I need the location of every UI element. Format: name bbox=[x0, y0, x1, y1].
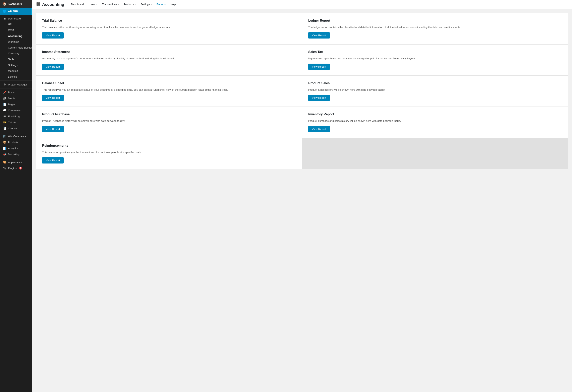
dashboard-icon: 🏠 bbox=[3, 2, 7, 6]
report-title-ledger: Ledger Report bbox=[308, 19, 562, 22]
svg-rect-2 bbox=[36, 4, 38, 6]
page-content: Trial Balance Trial balance is the bookk… bbox=[32, 9, 572, 392]
svg-rect-0 bbox=[36, 2, 38, 4]
report-title-product-purchase: Product Purchase bbox=[42, 112, 296, 116]
report-desc-product-purchase: Product Purchases history will be shown … bbox=[42, 119, 296, 123]
report-desc-sales-tax: It generates report based on the sales t… bbox=[308, 57, 562, 61]
sidebar-item-plugins[interactable]: 🔌 Plugins 1 bbox=[0, 165, 32, 171]
sidebar-item-marketing[interactable]: 📣 Marketing bbox=[0, 151, 32, 157]
analytics-icon: 📊 bbox=[3, 147, 6, 150]
nav-users[interactable]: Users ▾ bbox=[87, 0, 99, 9]
report-desc-reimbursements: This is a report provides you the transa… bbox=[42, 150, 296, 155]
view-report-reimbursements[interactable]: View Report bbox=[42, 157, 64, 163]
pm-icon: ⚙ bbox=[3, 83, 6, 86]
view-report-trial-balance[interactable]: View Report bbox=[42, 32, 64, 39]
sidebar-item-pages[interactable]: 📄 Pages bbox=[0, 101, 32, 107]
sidebar-item-dashboard[interactable]: ⊞ Dashboard bbox=[0, 16, 32, 21]
view-report-income-statement[interactable]: View Report bbox=[42, 63, 64, 70]
sidebar-item-tools[interactable]: Tools bbox=[0, 56, 32, 62]
sidebar-item-modules[interactable]: Modules bbox=[0, 68, 32, 74]
sidebar-dashboard-top[interactable]: 🏠 Dashboard bbox=[0, 0, 32, 8]
wp-erp-icon: 🌐 bbox=[3, 10, 6, 13]
media-icon: 🖼 bbox=[3, 97, 6, 100]
transactions-chevron: ▾ bbox=[118, 3, 119, 5]
nav-dashboard[interactable]: Dashboard bbox=[69, 0, 86, 9]
sidebar-wp-erp[interactable]: 🌐 WP ERP bbox=[0, 8, 32, 15]
brand-title: Accounting bbox=[42, 2, 64, 7]
sidebar-item-company[interactable]: Company bbox=[0, 50, 32, 56]
view-report-inventory[interactable]: View Report bbox=[308, 126, 330, 132]
report-card-product-sales: Product Sales Product Sales history will… bbox=[302, 76, 568, 107]
view-report-product-sales[interactable]: View Report bbox=[308, 95, 330, 101]
report-title-product-sales: Product Sales bbox=[308, 81, 562, 85]
sidebar-item-accounting[interactable]: Accounting bbox=[0, 33, 32, 39]
nav-transactions[interactable]: Transactions ▾ bbox=[100, 0, 121, 9]
report-card-inventory: Inventory Report Product purchase and sa… bbox=[302, 107, 568, 138]
contact-icon: 📋 bbox=[3, 127, 6, 130]
email-icon: ✉ bbox=[3, 115, 6, 118]
report-desc-ledger: The ledger report contains the classifie… bbox=[308, 25, 562, 30]
sidebar-item-project-manager[interactable]: ⚙ Project Manager bbox=[0, 81, 32, 87]
sidebar-item-comments[interactable]: 💬 Comments bbox=[0, 107, 32, 113]
sidebar-item-crm[interactable]: CRM bbox=[0, 27, 32, 33]
view-report-sales-tax[interactable]: View Report bbox=[308, 63, 330, 70]
sidebar-item-posts[interactable]: 📌 Posts bbox=[0, 89, 32, 95]
report-desc-product-sales: Product Sales history will be shown here… bbox=[308, 88, 562, 92]
sidebar-item-tickets[interactable]: 🎫 Tickets bbox=[0, 119, 32, 125]
sidebar-item-hr[interactable]: HR bbox=[0, 21, 32, 27]
sidebar-item-license[interactable]: License bbox=[0, 74, 32, 80]
svg-rect-1 bbox=[38, 2, 40, 4]
appearance-icon: 🎨 bbox=[3, 160, 6, 164]
pages-icon: 📄 bbox=[3, 103, 6, 106]
report-card-reimbursements: Reimbursements This is a report provides… bbox=[36, 138, 302, 169]
users-chevron: ▾ bbox=[96, 3, 97, 5]
report-desc-inventory: Product purchase and sales history will … bbox=[308, 119, 562, 123]
report-title-reimbursements: Reimbursements bbox=[42, 144, 296, 147]
sidebar-section-erp: ⊞ Dashboard HR CRM Accounting Workflow C… bbox=[0, 15, 32, 81]
svg-rect-3 bbox=[38, 4, 40, 6]
sidebar-item-woocommerce[interactable]: 🛒 WooCommerce bbox=[0, 133, 32, 139]
sidebar-top-label: Dashboard bbox=[8, 2, 22, 5]
report-card-ledger: Ledger Report The ledger report contains… bbox=[302, 13, 568, 44]
sidebar-item-contact[interactable]: 📋 Contact bbox=[0, 125, 32, 131]
nav-help[interactable]: Help bbox=[168, 0, 178, 9]
sidebar-item-settings[interactable]: Settings bbox=[0, 62, 32, 68]
view-report-ledger[interactable]: View Report bbox=[308, 32, 330, 39]
sidebar-item-workflow[interactable]: Workflow bbox=[0, 39, 32, 45]
report-card-balance-sheet: Balance Sheet This report gives you an i… bbox=[36, 76, 302, 107]
nav-settings[interactable]: Settings ▾ bbox=[139, 0, 154, 9]
sidebar-section-woo: 🛒 WooCommerce 📦 Products 📊 Analytics 📣 M… bbox=[0, 132, 32, 158]
sidebar-item-analytics[interactable]: 📊 Analytics bbox=[0, 145, 32, 151]
report-card-income-statement: Income Statement A summary of a manageme… bbox=[36, 45, 302, 76]
sidebar: 🏠 Dashboard 🌐 WP ERP ⊞ Dashboard HR CRM … bbox=[0, 0, 32, 392]
top-navigation: Accounting Dashboard Users ▾ Transaction… bbox=[32, 0, 572, 9]
report-card-trial-balance: Trial Balance Trial balance is the bookk… bbox=[36, 13, 302, 44]
report-desc-balance-sheet: This report gives you an immediate statu… bbox=[42, 88, 296, 92]
nav-reports[interactable]: Reports bbox=[155, 0, 168, 9]
report-desc-income-statement: A summary of a management's performance … bbox=[42, 57, 296, 61]
settings-chevron: ▾ bbox=[151, 3, 152, 5]
view-report-balance-sheet[interactable]: View Report bbox=[42, 95, 64, 101]
report-title-sales-tax: Sales Tax bbox=[308, 50, 562, 54]
report-title-trial-balance: Trial Balance bbox=[42, 19, 296, 22]
sidebar-item-media[interactable]: 🖼 Media bbox=[0, 95, 32, 101]
report-title-income-statement: Income Statement bbox=[42, 50, 296, 54]
sidebar-section-wp: 📌 Posts 🖼 Media 📄 Pages 💬 Comments ✉ Ema… bbox=[0, 89, 32, 132]
sidebar-item-appearance[interactable]: 🎨 Appearance bbox=[0, 159, 32, 165]
view-report-product-purchase[interactable]: View Report bbox=[42, 126, 64, 132]
sidebar-item-email-log[interactable]: ✉ Email Log bbox=[0, 113, 32, 119]
posts-icon: 📌 bbox=[3, 91, 6, 94]
plugins-icon: 🔌 bbox=[3, 167, 6, 170]
plugins-badge: 1 bbox=[19, 167, 22, 170]
tickets-icon: 🎫 bbox=[3, 121, 6, 124]
sidebar-section-pm: ⚙ Project Manager bbox=[0, 81, 32, 89]
comments-icon: 💬 bbox=[3, 109, 6, 112]
nav-products[interactable]: Products ▾ bbox=[122, 0, 138, 9]
products-icon: 📦 bbox=[3, 141, 6, 144]
report-desc-trial-balance: Trial balance is the bookkeeping or acco… bbox=[42, 25, 296, 30]
sidebar-item-products[interactable]: 📦 Products bbox=[0, 139, 32, 145]
sidebar-section-appearance: 🎨 Appearance 🔌 Plugins 1 bbox=[0, 158, 32, 172]
report-card-sales-tax: Sales Tax It generates report based on t… bbox=[302, 45, 568, 76]
sidebar-item-custom-field-builder[interactable]: Custom Field Builder bbox=[0, 45, 32, 50]
reports-grid: Trial Balance Trial balance is the bookk… bbox=[36, 13, 568, 169]
